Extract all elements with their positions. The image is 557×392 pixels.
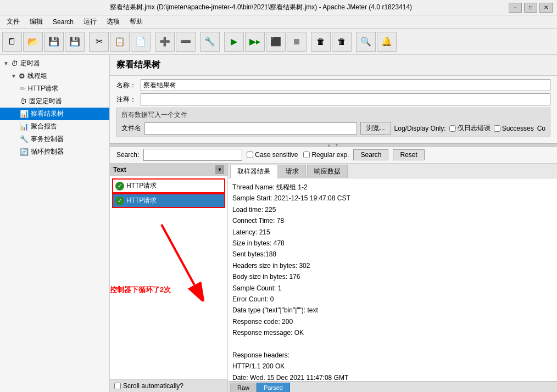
error-only-text: 仅日志错误 xyxy=(458,124,491,133)
name-input[interactable] xyxy=(141,79,550,91)
clear-button[interactable]: 🗑 xyxy=(311,32,331,52)
file-input[interactable] xyxy=(144,122,357,135)
menu-help[interactable]: 帮助 xyxy=(125,16,147,27)
close-button[interactable]: ✕ xyxy=(539,3,553,13)
sidebar-item-threadgroup[interactable]: ▼ ⚙ 线程组 xyxy=(0,70,109,82)
file-row: 文件名 浏览... Log/Display Only: 仅日志错误 Succes… xyxy=(121,122,545,135)
right-content: Thread Name: 线程组 1-2 Sample Start: 2021-… xyxy=(228,178,557,381)
sidebar-item-aggregate[interactable]: 📊 聚合报告 xyxy=(0,120,109,133)
annotation-text: 循环控制器下循环了2次 xyxy=(110,285,171,295)
remove-button[interactable]: ➖ xyxy=(176,32,196,52)
toolbar: 🗒 📂 💾 💾 ✂ 📋 📄 ➕ ➖ 🔧 ▶ ▶▸ ⬛ ⏹ 🗑 🗑 🔍 🔔 xyxy=(0,29,557,55)
save-button[interactable]: 💾 xyxy=(44,32,64,52)
main-layout: ▼ ⏱ 定时器 ▼ ⚙ 线程组 ✏ HTTP请求 ⏱ 固定定时器 📊 察看结果树… xyxy=(0,55,557,392)
menu-search[interactable]: Search xyxy=(48,17,78,27)
sidebar-item-transaction[interactable]: 🔧 事务控制器 xyxy=(0,133,109,145)
tab-response-data[interactable]: 响应数据 xyxy=(307,165,348,178)
maximize-button[interactable]: □ xyxy=(524,3,537,13)
tab-request[interactable]: 请求 xyxy=(278,165,306,178)
minimize-button[interactable]: － xyxy=(509,3,522,13)
reset-button[interactable]: Reset xyxy=(393,149,424,160)
sidebar-item-label: 固定定时器 xyxy=(29,97,62,106)
sidebar-item-label: 定时器 xyxy=(20,59,40,68)
sidebar-item-label: 察看结果树 xyxy=(31,109,64,119)
successes-label: Successes xyxy=(494,125,534,132)
comment-input[interactable] xyxy=(141,93,550,105)
info-line-9: Sample Count: 1 xyxy=(232,283,553,294)
case-sensitive-text: Case sensitive xyxy=(255,151,298,159)
info-line-16: HTTP/1.1 200 OK xyxy=(232,361,553,372)
tab-raw[interactable]: Raw xyxy=(230,383,257,392)
http-icon: ✏ xyxy=(20,85,26,93)
file-label: 文件名 xyxy=(121,124,141,133)
notify-button[interactable]: 🔔 xyxy=(377,32,397,52)
dropdown-arrow[interactable]: ▼ xyxy=(215,165,224,174)
shutdown-button[interactable]: ⏹ xyxy=(287,32,307,52)
more-options-text: Co xyxy=(537,125,545,132)
info-line-4: Latency: 215 xyxy=(232,227,553,238)
tab-parsed[interactable]: Parsed xyxy=(257,383,290,392)
info-line-3: Connect Time: 78 xyxy=(232,215,553,226)
copy-button[interactable]: 📋 xyxy=(110,32,130,52)
log-display-label: Log/Display Only: xyxy=(394,125,446,132)
save-as-button[interactable]: 💾 xyxy=(65,32,85,52)
menu-options[interactable]: 选项 xyxy=(102,16,124,27)
start-button[interactable]: ▶ xyxy=(224,32,244,52)
error-only-label: 仅日志错误 xyxy=(449,124,491,133)
tree-item-0[interactable]: ✓ HTTP请求 xyxy=(112,178,225,193)
info-line-2: Load time: 225 xyxy=(232,204,553,215)
search-toolbar-button[interactable]: 🔍 xyxy=(356,32,376,52)
tab-sampler-results[interactable]: 取样器结果 xyxy=(230,165,277,178)
sidebar-item-loop[interactable]: 🔄 循环控制器 xyxy=(0,145,109,158)
open-button[interactable]: 📂 xyxy=(23,32,43,52)
left-panel-content: ✓ HTTP请求 ✓ HTTP请求 xyxy=(110,176,227,379)
aggregate-icon: 📊 xyxy=(20,122,29,131)
annotation-area: 循环控制器下循环了2次 xyxy=(112,208,225,318)
left-panel: Text ▼ ✓ HTTP请求 ✓ HTTP请求 xyxy=(110,164,228,392)
title-bar: 察看结果树.jmx (D:\jmeter\apache-jmeter-4.0\b… xyxy=(0,0,557,15)
stop-button[interactable]: ⬛ xyxy=(266,32,286,52)
sidebar-item-http[interactable]: ✏ HTTP请求 xyxy=(0,82,109,95)
info-line-1: Sample Start: 2021-12-15 19:47:08 CST xyxy=(232,193,553,204)
menu-edit[interactable]: 编辑 xyxy=(25,16,47,27)
content-area: 察看结果树 名称： 注释： 所有数据写入一个文件 文件名 浏览... Log/D… xyxy=(110,55,557,392)
cut-button[interactable]: ✂ xyxy=(89,32,109,52)
log-display: Log/Display Only: 仅日志错误 Successes Co xyxy=(394,124,545,133)
info-line-14 xyxy=(232,338,553,349)
right-tabs: 取样器结果 请求 响应数据 xyxy=(228,164,557,178)
scroll-auto-checkbox[interactable] xyxy=(114,383,121,389)
sidebar-item-fixed-timer[interactable]: ⏱ 固定定时器 xyxy=(0,95,109,108)
search-button[interactable]: Search xyxy=(353,149,388,160)
sidebar-item-label: 线程组 xyxy=(27,71,47,81)
sidebar-item-result-tree[interactable]: 📊 察看结果树 xyxy=(0,108,109,120)
menu-run[interactable]: 运行 xyxy=(79,16,101,27)
sidebar: ▼ ⏱ 定时器 ▼ ⚙ 线程组 ✏ HTTP请求 ⏱ 固定定时器 📊 察看结果树… xyxy=(0,55,110,392)
info-line-10: Error Count: 0 xyxy=(232,294,553,305)
sidebar-item-timer[interactable]: ▼ ⏱ 定时器 xyxy=(0,57,109,70)
new-button[interactable]: 🗒 xyxy=(2,32,22,52)
browse-button[interactable]: 浏览... xyxy=(360,122,391,135)
check-icon-1: ✓ xyxy=(115,197,124,205)
add-button[interactable]: ➕ xyxy=(155,32,175,52)
settings-button[interactable]: 🔧 xyxy=(200,32,220,52)
paste-button[interactable]: 📄 xyxy=(131,32,151,52)
sidebar-item-label: 循环控制器 xyxy=(31,147,64,156)
info-line-17: Date: Wed. 15 Dec 2021 11:47:08 GMT xyxy=(232,372,553,381)
fixed-timer-icon: ⏱ xyxy=(20,97,27,105)
case-sensitive-checkbox[interactable] xyxy=(247,152,253,158)
error-only-checkbox[interactable] xyxy=(449,125,456,132)
search-input[interactable] xyxy=(143,149,242,161)
start-no-pause-button[interactable]: ▶▸ xyxy=(245,32,265,52)
sidebar-item-label: HTTP请求 xyxy=(28,84,58,93)
successes-checkbox[interactable] xyxy=(494,125,500,132)
bottom-tabs: Raw Parsed xyxy=(228,381,557,392)
tree-item-1[interactable]: ✓ HTTP请求 xyxy=(112,193,225,208)
regular-exp-label: Regular exp. xyxy=(303,151,349,159)
file-section: 所有数据写入一个文件 文件名 浏览... Log/Display Only: 仅… xyxy=(116,108,550,137)
regular-exp-checkbox[interactable] xyxy=(303,152,310,158)
expand-arrow: ▼ xyxy=(3,60,9,66)
tree-item-label-1: HTTP请求 xyxy=(126,196,157,205)
regular-exp-text: Regular exp. xyxy=(311,151,349,159)
clear-all-button[interactable]: 🗑 xyxy=(332,32,352,52)
menu-file[interactable]: 文件 xyxy=(2,16,24,27)
